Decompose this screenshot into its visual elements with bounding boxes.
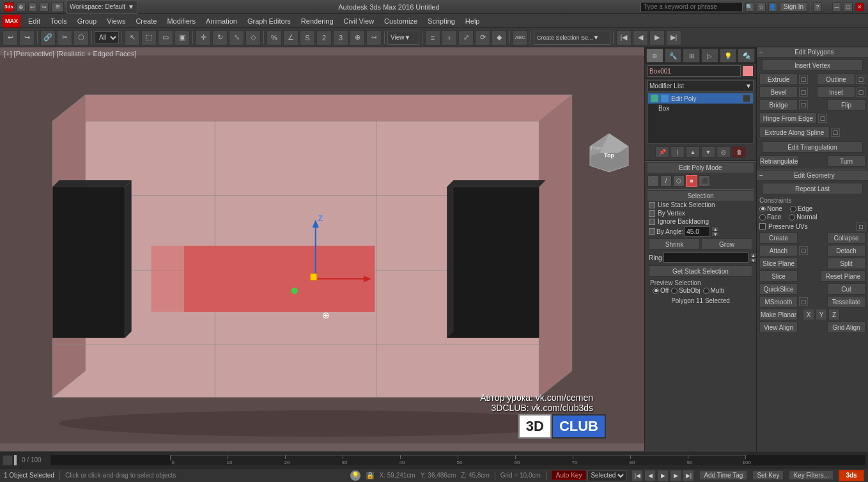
menu-animation[interactable]: Animation <box>201 16 242 26</box>
show-prev-btn[interactable]: ▲ <box>686 146 700 158</box>
extrude-spline-settings-btn[interactable]: □ <box>831 128 840 137</box>
pin-mod-btn[interactable]: 📌 <box>655 146 669 158</box>
redo-toolbar-btn[interactable]: ↪ <box>19 30 35 45</box>
flip-btn[interactable]: Flip <box>827 99 865 111</box>
cmd-tab-create[interactable]: ⊕ <box>646 49 663 63</box>
ring-spin-up[interactable]: ▲ <box>750 253 756 258</box>
cmd-tab-motion[interactable]: ▷ <box>701 49 718 63</box>
ribbon-btn[interactable]: ≡ <box>425 30 440 45</box>
outline-settings-btn[interactable]: □ <box>856 75 865 84</box>
ignore-backfacing-checkbox[interactable] <box>649 219 655 225</box>
add-time-tag-btn[interactable]: Add Time Tag <box>699 470 747 480</box>
quick-access-btn[interactable]: ⊕ <box>17 3 26 12</box>
by-angle-checkbox[interactable] <box>649 228 655 235</box>
hinge-btn[interactable]: Hinge From Edge <box>759 113 817 124</box>
angle-spin-up[interactable]: ▲ <box>711 226 719 231</box>
star-btn[interactable]: ☆ <box>757 3 766 12</box>
y-btn[interactable]: Y <box>816 309 827 320</box>
signin-btn[interactable]: Sign In <box>780 2 807 12</box>
preview-subobj-radio[interactable]: SubObj <box>671 287 700 294</box>
prev-frame-btn[interactable]: ◀ <box>644 470 656 481</box>
preserve-uvs-checkbox[interactable] <box>759 223 766 229</box>
search-btn[interactable]: 🔍 <box>745 3 754 12</box>
element-mode-btn[interactable]: ⬛ <box>699 175 710 187</box>
select-obj-btn[interactable]: ↖ <box>125 30 140 45</box>
insert-vertex-btn[interactable]: Insert Vertex <box>762 59 863 71</box>
filter-select[interactable]: All <box>95 31 119 44</box>
undo-btn[interactable]: ↩ <box>28 3 37 12</box>
nav-cube[interactable]: Top Front <box>587 130 632 175</box>
unlink-btn[interactable]: ✂ <box>57 30 72 45</box>
bevel-btn[interactable]: Bevel <box>759 86 798 98</box>
poly-mode-btn[interactable]: ■ <box>686 175 697 187</box>
menu-group[interactable]: Group <box>72 16 102 26</box>
msmooth-btn[interactable]: MSmooth <box>759 296 798 307</box>
vertex-mode-btn[interactable]: · <box>647 175 659 187</box>
menu-graph-editors[interactable]: Graph Editors <box>242 16 296 26</box>
cmd-tab-modify[interactable]: 🔧 <box>665 49 682 63</box>
axis-constraints-btn[interactable]: ⊕ <box>350 30 365 45</box>
help-btn[interactable]: ? <box>813 3 822 12</box>
snap3d-btn[interactable]: 3 <box>333 30 348 45</box>
create-btn[interactable]: Create <box>759 232 798 244</box>
bridge-btn[interactable]: Bridge <box>759 99 798 111</box>
search-input[interactable] <box>640 2 743 12</box>
none-radio[interactable]: None <box>759 205 782 212</box>
snap2d-btn[interactable]: 2 <box>316 30 332 45</box>
modifier-edit-poly[interactable]: Edit Poly <box>648 93 753 104</box>
bind-to-space-btn[interactable]: ⬡ <box>74 30 89 45</box>
edit-triangulation-btn[interactable]: Edit Triangulation <box>762 141 863 153</box>
inset-btn[interactable]: Inset <box>817 86 855 98</box>
redo-btn[interactable]: ↪ <box>40 3 49 12</box>
autokey-btn[interactable]: Auto Key <box>552 470 587 480</box>
detach-btn[interactable]: Detach <box>827 245 865 256</box>
select-crossing-btn[interactable]: ▣ <box>174 30 190 45</box>
angle-spin-down[interactable]: ▼ <box>711 231 719 237</box>
menu-create[interactable]: Create <box>130 16 162 26</box>
timeline-track[interactable]: 0 10 20 30 40 50 60 70 80 90 100 <box>50 455 865 465</box>
workspace-dropdown[interactable]: Workspace: Default ▼ <box>66 0 137 14</box>
select-window-btn[interactable]: ▭ <box>158 30 173 45</box>
attach-settings-btn[interactable]: □ <box>799 246 808 255</box>
slice-btn[interactable]: Slice <box>759 270 798 282</box>
undo-toolbar-btn[interactable]: ↩ <box>3 30 18 45</box>
by-vertex-checkbox[interactable] <box>649 210 655 217</box>
repeat-last-btn[interactable]: Repeat Last <box>762 183 863 194</box>
keyframe-btn[interactable]: ◆ <box>492 30 507 45</box>
cursor-btn[interactable]: + <box>442 30 457 45</box>
cmd-tab-utilities[interactable]: 🔩 <box>738 49 755 63</box>
delete-mod-btn[interactable]: 🗑 <box>732 146 746 158</box>
bridge-settings-btn[interactable]: □ <box>799 100 808 109</box>
border-mode-btn[interactable]: ⬡ <box>673 175 685 187</box>
select-link-btn[interactable]: 🔗 <box>40 30 56 45</box>
goto-end-btn[interactable]: ▶| <box>683 470 694 481</box>
use-stack-checkbox[interactable] <box>649 202 655 208</box>
nav2-btn[interactable]: ◀ <box>633 30 648 45</box>
angle-snap-btn[interactable]: ∠ <box>283 30 298 45</box>
menu-help[interactable]: Help <box>460 16 485 26</box>
close-btn[interactable]: ✕ <box>855 3 864 12</box>
view-align-btn[interactable]: View Align <box>759 322 798 333</box>
nav1-btn[interactable]: |◀ <box>616 30 632 45</box>
z-btn[interactable]: Z <box>828 309 840 320</box>
percent-snap-btn[interactable]: % <box>267 30 282 45</box>
quickslice-btn[interactable]: QuickSlice <box>759 283 798 295</box>
set-key-btn[interactable]: Set Key <box>752 470 784 480</box>
show-end-btn[interactable]: | <box>670 146 685 158</box>
menu-tools[interactable]: Tools <box>45 16 72 26</box>
create-sel-dropdown[interactable]: Create Selection Se... ▼ <box>534 31 610 45</box>
split-btn[interactable]: Split <box>827 258 865 269</box>
auto-key-select[interactable]: Selected <box>587 470 626 481</box>
goto-start-btn[interactable]: |◀ <box>632 470 643 481</box>
modifier-dropdown[interactable]: Modifier List ▼ <box>647 80 754 91</box>
object-color-swatch[interactable] <box>742 65 754 77</box>
grow-btn[interactable]: Grow <box>701 238 752 250</box>
nav4-btn[interactable]: ▶| <box>666 30 681 45</box>
edge-mode-btn[interactable]: / <box>660 175 672 187</box>
ring-spin-down[interactable]: ▼ <box>750 258 756 263</box>
preview-multi-radio[interactable]: Multi <box>703 287 724 294</box>
cut-btn[interactable]: Cut <box>827 283 865 295</box>
preview-off-radio[interactable]: Off <box>653 287 669 294</box>
object-name-input[interactable] <box>647 65 741 77</box>
key-filters-btn[interactable]: Key Filters... <box>789 470 833 480</box>
